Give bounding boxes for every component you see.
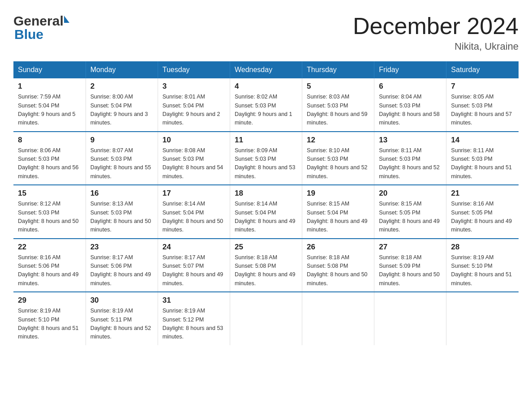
calendar-cell: 22 Sunrise: 8:16 AM Sunset: 5:06 PM Dayl… [13, 239, 86, 292]
day-number: 1 [18, 82, 81, 91]
day-info: Sunrise: 8:15 AM Sunset: 5:04 PM Dayligh… [307, 200, 369, 235]
day-info: Sunrise: 8:19 AM Sunset: 5:12 PM Dayligh… [163, 307, 225, 342]
day-number: 21 [451, 189, 514, 198]
day-number: 20 [379, 189, 442, 198]
calendar-cell: 27 Sunrise: 8:18 AM Sunset: 5:09 PM Dayl… [374, 239, 446, 292]
calendar-cell: 17 Sunrise: 8:14 AM Sunset: 5:04 PM Dayl… [158, 185, 230, 239]
day-info: Sunrise: 8:01 AM Sunset: 5:04 PM Dayligh… [163, 93, 225, 128]
logo: General Blue [13, 13, 69, 42]
day-info: Sunrise: 8:18 AM Sunset: 5:09 PM Dayligh… [379, 253, 442, 288]
month-title: December 2024 [353, 13, 519, 39]
day-info: Sunrise: 8:17 AM Sunset: 5:07 PM Dayligh… [163, 253, 225, 288]
day-number: 19 [307, 189, 369, 198]
day-info: Sunrise: 8:13 AM Sunset: 5:03 PM Dayligh… [90, 200, 153, 235]
calendar-cell: 12 Sunrise: 8:10 AM Sunset: 5:03 PM Dayl… [302, 132, 374, 185]
calendar-week-row: 15 Sunrise: 8:12 AM Sunset: 5:03 PM Dayl… [13, 185, 519, 239]
header-wednesday: Wednesday [230, 61, 302, 78]
day-number: 31 [163, 296, 225, 305]
day-number: 17 [163, 189, 225, 198]
calendar-cell: 25 Sunrise: 8:18 AM Sunset: 5:08 PM Dayl… [230, 239, 302, 292]
calendar-cell: 23 Sunrise: 8:17 AM Sunset: 5:06 PM Dayl… [86, 239, 158, 292]
weekday-header-row: Sunday Monday Tuesday Wednesday Thursday… [13, 61, 519, 78]
day-info: Sunrise: 8:18 AM Sunset: 5:08 PM Dayligh… [307, 253, 369, 288]
calendar-cell: 31 Sunrise: 8:19 AM Sunset: 5:12 PM Dayl… [158, 292, 230, 345]
calendar-cell: 29 Sunrise: 8:19 AM Sunset: 5:10 PM Dayl… [13, 292, 86, 345]
day-number: 10 [163, 136, 225, 145]
day-number: 26 [307, 243, 369, 252]
calendar-cell [302, 292, 374, 345]
day-info: Sunrise: 8:19 AM Sunset: 5:11 PM Dayligh… [90, 307, 153, 342]
header-thursday: Thursday [302, 61, 374, 78]
day-info: Sunrise: 8:19 AM Sunset: 5:10 PM Dayligh… [451, 253, 514, 288]
calendar-cell: 7 Sunrise: 8:05 AM Sunset: 5:03 PM Dayli… [446, 78, 519, 132]
day-info: Sunrise: 8:05 AM Sunset: 5:03 PM Dayligh… [451, 93, 514, 128]
day-number: 22 [18, 243, 81, 252]
calendar-table: Sunday Monday Tuesday Wednesday Thursday… [13, 61, 519, 345]
day-info: Sunrise: 7:59 AM Sunset: 5:04 PM Dayligh… [18, 93, 81, 128]
day-info: Sunrise: 8:04 AM Sunset: 5:03 PM Dayligh… [379, 93, 442, 128]
calendar-cell: 20 Sunrise: 8:15 AM Sunset: 5:05 PM Dayl… [374, 185, 446, 239]
day-info: Sunrise: 8:10 AM Sunset: 5:03 PM Dayligh… [307, 146, 369, 181]
calendar-cell [446, 292, 519, 345]
calendar-cell: 8 Sunrise: 8:06 AM Sunset: 5:03 PM Dayli… [13, 132, 86, 185]
day-info: Sunrise: 8:11 AM Sunset: 5:03 PM Dayligh… [379, 146, 442, 181]
day-number: 14 [451, 136, 514, 145]
day-info: Sunrise: 8:12 AM Sunset: 5:03 PM Dayligh… [18, 200, 81, 235]
day-number: 16 [90, 189, 153, 198]
calendar-cell: 30 Sunrise: 8:19 AM Sunset: 5:11 PM Dayl… [86, 292, 158, 345]
day-number: 11 [235, 136, 297, 145]
calendar-cell: 24 Sunrise: 8:17 AM Sunset: 5:07 PM Dayl… [158, 239, 230, 292]
calendar-cell: 16 Sunrise: 8:13 AM Sunset: 5:03 PM Dayl… [86, 185, 158, 239]
day-info: Sunrise: 8:19 AM Sunset: 5:10 PM Dayligh… [18, 307, 81, 342]
day-number: 3 [163, 82, 225, 91]
calendar-cell: 26 Sunrise: 8:18 AM Sunset: 5:08 PM Dayl… [302, 239, 374, 292]
logo-general-text: General [13, 13, 64, 29]
header-friday: Friday [374, 61, 446, 78]
day-number: 25 [235, 243, 297, 252]
day-number: 27 [379, 243, 442, 252]
logo-blue-text: Blue [13, 27, 43, 42]
header-tuesday: Tuesday [158, 61, 230, 78]
day-info: Sunrise: 8:07 AM Sunset: 5:03 PM Dayligh… [90, 146, 153, 181]
calendar-cell [374, 292, 446, 345]
location-text: Nikita, Ukraine [353, 41, 519, 52]
calendar-cell: 10 Sunrise: 8:08 AM Sunset: 5:03 PM Dayl… [158, 132, 230, 185]
day-info: Sunrise: 8:17 AM Sunset: 5:06 PM Dayligh… [90, 253, 153, 288]
day-info: Sunrise: 8:16 AM Sunset: 5:05 PM Dayligh… [451, 200, 514, 235]
calendar-cell: 14 Sunrise: 8:11 AM Sunset: 5:03 PM Dayl… [446, 132, 519, 185]
day-number: 5 [307, 82, 369, 91]
calendar-cell: 11 Sunrise: 8:09 AM Sunset: 5:03 PM Dayl… [230, 132, 302, 185]
calendar-week-row: 29 Sunrise: 8:19 AM Sunset: 5:10 PM Dayl… [13, 292, 519, 345]
day-info: Sunrise: 8:16 AM Sunset: 5:06 PM Dayligh… [18, 253, 81, 288]
calendar-cell: 15 Sunrise: 8:12 AM Sunset: 5:03 PM Dayl… [13, 185, 86, 239]
day-number: 4 [235, 82, 297, 91]
day-number: 2 [90, 82, 153, 91]
calendar-cell: 28 Sunrise: 8:19 AM Sunset: 5:10 PM Dayl… [446, 239, 519, 292]
calendar-cell: 4 Sunrise: 8:02 AM Sunset: 5:03 PM Dayli… [230, 78, 302, 132]
page-header: General Blue December 2024 Nikita, Ukrai… [13, 13, 519, 52]
day-info: Sunrise: 8:14 AM Sunset: 5:04 PM Dayligh… [235, 200, 297, 235]
day-info: Sunrise: 8:02 AM Sunset: 5:03 PM Dayligh… [235, 93, 297, 128]
day-number: 30 [90, 296, 153, 305]
header-saturday: Saturday [446, 61, 519, 78]
day-number: 18 [235, 189, 297, 198]
calendar-cell: 6 Sunrise: 8:04 AM Sunset: 5:03 PM Dayli… [374, 78, 446, 132]
day-info: Sunrise: 8:15 AM Sunset: 5:05 PM Dayligh… [379, 200, 442, 235]
day-info: Sunrise: 8:09 AM Sunset: 5:03 PM Dayligh… [235, 146, 297, 181]
title-block: December 2024 Nikita, Ukraine [353, 13, 519, 52]
calendar-week-row: 22 Sunrise: 8:16 AM Sunset: 5:06 PM Dayl… [13, 239, 519, 292]
calendar-cell: 18 Sunrise: 8:14 AM Sunset: 5:04 PM Dayl… [230, 185, 302, 239]
calendar-week-row: 1 Sunrise: 7:59 AM Sunset: 5:04 PM Dayli… [13, 78, 519, 132]
calendar-cell: 3 Sunrise: 8:01 AM Sunset: 5:04 PM Dayli… [158, 78, 230, 132]
logo-arrow-icon [64, 16, 69, 23]
day-number: 12 [307, 136, 369, 145]
day-number: 9 [90, 136, 153, 145]
day-info: Sunrise: 8:11 AM Sunset: 5:03 PM Dayligh… [451, 146, 514, 181]
calendar-cell: 2 Sunrise: 8:00 AM Sunset: 5:04 PM Dayli… [86, 78, 158, 132]
day-info: Sunrise: 8:14 AM Sunset: 5:04 PM Dayligh… [163, 200, 225, 235]
calendar-week-row: 8 Sunrise: 8:06 AM Sunset: 5:03 PM Dayli… [13, 132, 519, 185]
day-number: 6 [379, 82, 442, 91]
calendar-cell [230, 292, 302, 345]
day-info: Sunrise: 8:06 AM Sunset: 5:03 PM Dayligh… [18, 146, 81, 181]
day-number: 13 [379, 136, 442, 145]
